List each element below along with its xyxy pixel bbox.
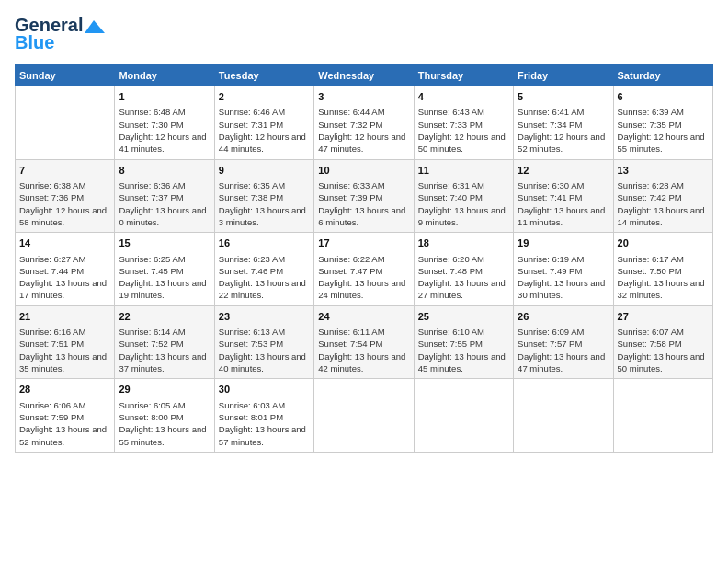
day-cell: 20Sunrise: 6:17 AMSunset: 7:50 PMDayligh…	[613, 233, 712, 306]
day-info: Sunrise: 6:23 AMSunset: 7:46 PMDaylight:…	[219, 253, 310, 302]
week-row-5: 28Sunrise: 6:06 AMSunset: 7:59 PMDayligh…	[16, 379, 713, 453]
logo-blue: Blue	[15, 32, 54, 53]
day-cell: 3Sunrise: 6:44 AMSunset: 7:32 PMDaylight…	[314, 86, 414, 160]
day-cell: 10Sunrise: 6:33 AMSunset: 7:39 PMDayligh…	[314, 159, 414, 233]
day-info: Sunrise: 6:28 AMSunset: 7:42 PMDaylight:…	[618, 179, 709, 228]
day-number: 13	[618, 164, 709, 178]
day-number: 15	[119, 236, 210, 250]
day-cell: 12Sunrise: 6:30 AMSunset: 7:41 PMDayligh…	[514, 159, 613, 233]
calendar-table: SundayMondayTuesdayWednesdayThursdayFrid…	[15, 64, 713, 453]
day-info: Sunrise: 6:25 AMSunset: 7:45 PMDaylight:…	[119, 253, 210, 302]
day-number: 29	[119, 383, 210, 396]
day-cell: 6Sunrise: 6:39 AMSunset: 7:35 PMDaylight…	[613, 86, 712, 160]
day-info: Sunrise: 6:27 AMSunset: 7:44 PMDaylight:…	[19, 253, 110, 302]
column-header-wednesday: Wednesday	[314, 65, 414, 86]
column-header-monday: Monday	[115, 65, 214, 86]
week-row-4: 21Sunrise: 6:16 AMSunset: 7:51 PMDayligh…	[16, 305, 713, 379]
day-cell: 9Sunrise: 6:35 AMSunset: 7:38 PMDaylight…	[214, 159, 313, 233]
day-cell: 18Sunrise: 6:20 AMSunset: 7:48 PMDayligh…	[414, 233, 513, 306]
day-number: 14	[19, 236, 110, 250]
day-cell: 15Sunrise: 6:25 AMSunset: 7:45 PMDayligh…	[115, 233, 214, 306]
day-info: Sunrise: 6:03 AMSunset: 8:01 PMDaylight:…	[219, 399, 310, 448]
day-info: Sunrise: 6:35 AMSunset: 7:38 PMDaylight:…	[219, 179, 310, 228]
svg-marker-0	[85, 20, 105, 33]
day-info: Sunrise: 6:33 AMSunset: 7:39 PMDaylight:…	[318, 179, 409, 228]
day-info: Sunrise: 6:14 AMSunset: 7:52 PMDaylight:…	[119, 326, 210, 374]
column-header-tuesday: Tuesday	[214, 65, 313, 86]
day-number: 22	[119, 310, 210, 324]
day-number: 25	[418, 310, 509, 324]
day-info: Sunrise: 6:31 AMSunset: 7:40 PMDaylight:…	[418, 179, 509, 228]
day-info: Sunrise: 6:41 AMSunset: 7:34 PMDaylight:…	[518, 106, 609, 155]
day-cell: 25Sunrise: 6:10 AMSunset: 7:55 PMDayligh…	[414, 305, 513, 379]
day-cell	[314, 379, 414, 453]
day-number: 1	[119, 90, 210, 104]
day-info: Sunrise: 6:48 AMSunset: 7:30 PMDaylight:…	[119, 106, 210, 155]
day-info: Sunrise: 6:17 AMSunset: 7:50 PMDaylight:…	[618, 253, 709, 302]
day-number: 6	[618, 90, 709, 104]
page-header: General Blue	[15, 15, 713, 53]
day-info: Sunrise: 6:22 AMSunset: 7:47 PMDaylight:…	[318, 253, 409, 302]
day-info: Sunrise: 6:20 AMSunset: 7:48 PMDaylight:…	[418, 253, 509, 302]
day-info: Sunrise: 6:39 AMSunset: 7:35 PMDaylight:…	[618, 106, 709, 155]
week-row-2: 7Sunrise: 6:38 AMSunset: 7:36 PMDaylight…	[16, 159, 713, 233]
day-cell: 1Sunrise: 6:48 AMSunset: 7:30 PMDaylight…	[115, 86, 214, 160]
day-cell: 24Sunrise: 6:11 AMSunset: 7:54 PMDayligh…	[314, 305, 414, 379]
day-info: Sunrise: 6:36 AMSunset: 7:37 PMDaylight:…	[119, 179, 210, 228]
day-cell: 11Sunrise: 6:31 AMSunset: 7:40 PMDayligh…	[414, 159, 513, 233]
calendar-body: 1Sunrise: 6:48 AMSunset: 7:30 PMDaylight…	[16, 86, 713, 453]
day-number: 28	[19, 383, 110, 396]
day-info: Sunrise: 6:44 AMSunset: 7:32 PMDaylight:…	[318, 106, 409, 155]
logo: General Blue	[15, 15, 105, 53]
day-info: Sunrise: 6:46 AMSunset: 7:31 PMDaylight:…	[219, 106, 310, 155]
day-number: 21	[19, 310, 110, 324]
day-number: 8	[119, 164, 210, 178]
day-info: Sunrise: 6:43 AMSunset: 7:33 PMDaylight:…	[418, 106, 509, 155]
day-info: Sunrise: 6:13 AMSunset: 7:53 PMDaylight:…	[219, 326, 310, 374]
day-number: 26	[518, 310, 609, 324]
week-row-3: 14Sunrise: 6:27 AMSunset: 7:44 PMDayligh…	[16, 233, 713, 306]
column-header-sunday: Sunday	[16, 65, 115, 86]
day-cell	[414, 379, 513, 453]
day-info: Sunrise: 6:19 AMSunset: 7:49 PMDaylight:…	[518, 253, 609, 302]
day-number: 12	[518, 164, 609, 178]
day-info: Sunrise: 6:09 AMSunset: 7:57 PMDaylight:…	[518, 326, 609, 374]
day-number: 3	[318, 90, 409, 104]
day-cell: 27Sunrise: 6:07 AMSunset: 7:58 PMDayligh…	[613, 305, 712, 379]
day-info: Sunrise: 6:38 AMSunset: 7:36 PMDaylight:…	[19, 179, 110, 228]
day-cell: 16Sunrise: 6:23 AMSunset: 7:46 PMDayligh…	[214, 233, 313, 306]
column-header-friday: Friday	[514, 65, 613, 86]
day-info: Sunrise: 6:11 AMSunset: 7:54 PMDaylight:…	[318, 326, 409, 374]
day-cell: 22Sunrise: 6:14 AMSunset: 7:52 PMDayligh…	[115, 305, 214, 379]
day-number: 23	[219, 310, 310, 324]
day-info: Sunrise: 6:16 AMSunset: 7:51 PMDaylight:…	[19, 326, 110, 374]
day-cell: 7Sunrise: 6:38 AMSunset: 7:36 PMDaylight…	[16, 159, 115, 233]
day-cell: 13Sunrise: 6:28 AMSunset: 7:42 PMDayligh…	[613, 159, 712, 233]
day-number: 4	[418, 90, 509, 104]
column-header-saturday: Saturday	[613, 65, 712, 86]
week-row-1: 1Sunrise: 6:48 AMSunset: 7:30 PMDaylight…	[16, 86, 713, 160]
day-number: 30	[219, 383, 310, 396]
day-number: 19	[518, 236, 609, 250]
day-cell	[16, 86, 115, 160]
day-cell: 28Sunrise: 6:06 AMSunset: 7:59 PMDayligh…	[16, 379, 115, 453]
day-number: 10	[318, 164, 409, 178]
day-number: 27	[618, 310, 709, 324]
day-cell: 14Sunrise: 6:27 AMSunset: 7:44 PMDayligh…	[16, 233, 115, 306]
day-number: 16	[219, 236, 310, 250]
day-info: Sunrise: 6:30 AMSunset: 7:41 PMDaylight:…	[518, 179, 609, 228]
day-number: 2	[219, 90, 310, 104]
day-cell: 8Sunrise: 6:36 AMSunset: 7:37 PMDaylight…	[115, 159, 214, 233]
day-cell: 17Sunrise: 6:22 AMSunset: 7:47 PMDayligh…	[314, 233, 414, 306]
day-cell	[514, 379, 613, 453]
day-cell: 4Sunrise: 6:43 AMSunset: 7:33 PMDaylight…	[414, 86, 513, 160]
day-info: Sunrise: 6:06 AMSunset: 7:59 PMDaylight:…	[19, 399, 110, 448]
day-cell: 30Sunrise: 6:03 AMSunset: 8:01 PMDayligh…	[214, 379, 313, 453]
day-cell: 23Sunrise: 6:13 AMSunset: 7:53 PMDayligh…	[214, 305, 313, 379]
column-header-thursday: Thursday	[414, 65, 513, 86]
day-cell: 26Sunrise: 6:09 AMSunset: 7:57 PMDayligh…	[514, 305, 613, 379]
day-cell: 2Sunrise: 6:46 AMSunset: 7:31 PMDaylight…	[214, 86, 313, 160]
day-cell: 29Sunrise: 6:05 AMSunset: 8:00 PMDayligh…	[115, 379, 214, 453]
day-number: 9	[219, 164, 310, 178]
day-cell: 21Sunrise: 6:16 AMSunset: 7:51 PMDayligh…	[16, 305, 115, 379]
